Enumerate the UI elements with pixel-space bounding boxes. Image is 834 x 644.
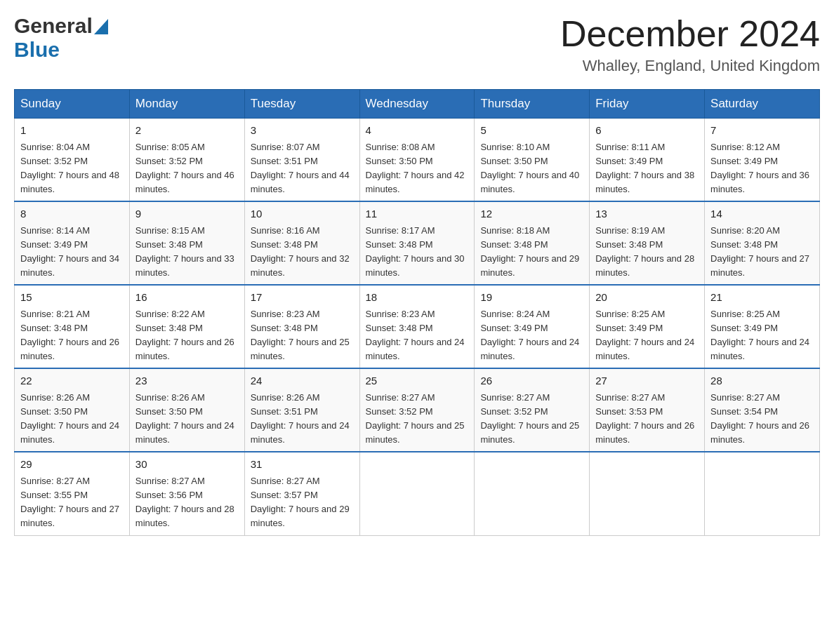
page-subtitle: Whalley, England, United Kingdom (560, 57, 820, 75)
day-info: Sunrise: 8:10 AMSunset: 3:50 PMDaylight:… (480, 140, 583, 197)
day-number: 5 (480, 123, 583, 139)
day-info: Sunrise: 8:05 AMSunset: 3:52 PMDaylight:… (135, 140, 239, 197)
weekday-header-wednesday: Wednesday (359, 90, 475, 119)
day-info: Sunrise: 8:26 AMSunset: 3:50 PMDaylight:… (20, 391, 124, 448)
day-number: 16 (135, 290, 239, 306)
day-number: 12 (480, 206, 583, 222)
calendar-cell: 25Sunrise: 8:27 AMSunset: 3:52 PMDayligh… (359, 368, 475, 452)
calendar-cell: 11Sunrise: 8:17 AMSunset: 3:48 PMDayligh… (359, 201, 475, 285)
day-number: 14 (710, 206, 814, 222)
day-number: 10 (251, 206, 354, 222)
day-info: Sunrise: 8:24 AMSunset: 3:49 PMDaylight:… (480, 307, 583, 364)
day-number: 31 (251, 457, 354, 473)
day-number: 21 (710, 290, 814, 306)
day-number: 30 (135, 457, 239, 473)
calendar-cell: 6Sunrise: 8:11 AMSunset: 3:49 PMDaylight… (590, 119, 705, 202)
weekday-header-row: SundayMondayTuesdayWednesdayThursdayFrid… (15, 90, 820, 119)
day-number: 19 (480, 290, 583, 306)
day-info: Sunrise: 8:07 AMSunset: 3:51 PMDaylight:… (251, 140, 354, 197)
calendar-cell: 20Sunrise: 8:25 AMSunset: 3:49 PMDayligh… (590, 285, 705, 368)
weekday-header-monday: Monday (129, 90, 244, 119)
day-number: 7 (710, 123, 814, 139)
day-number: 6 (595, 123, 699, 139)
logo-triangle-icon (94, 19, 108, 34)
calendar-cell: 28Sunrise: 8:27 AMSunset: 3:54 PMDayligh… (705, 368, 820, 452)
day-number: 18 (366, 290, 469, 306)
calendar-cell: 1Sunrise: 8:04 AMSunset: 3:52 PMDaylight… (15, 119, 130, 202)
calendar-cell: 8Sunrise: 8:14 AMSunset: 3:49 PMDaylight… (15, 201, 130, 285)
day-info: Sunrise: 8:14 AMSunset: 3:49 PMDaylight:… (20, 224, 124, 281)
calendar-cell: 15Sunrise: 8:21 AMSunset: 3:48 PMDayligh… (15, 285, 130, 368)
day-info: Sunrise: 8:16 AMSunset: 3:48 PMDaylight:… (251, 224, 354, 281)
calendar-cell: 21Sunrise: 8:25 AMSunset: 3:49 PMDayligh… (705, 285, 820, 368)
day-info: Sunrise: 8:20 AMSunset: 3:48 PMDaylight:… (710, 224, 814, 281)
day-number: 2 (135, 123, 239, 139)
day-number: 8 (20, 206, 124, 222)
day-info: Sunrise: 8:21 AMSunset: 3:48 PMDaylight:… (20, 307, 124, 364)
day-number: 20 (595, 290, 699, 306)
day-info: Sunrise: 8:15 AMSunset: 3:48 PMDaylight:… (135, 224, 239, 281)
calendar-cell: 26Sunrise: 8:27 AMSunset: 3:52 PMDayligh… (475, 368, 590, 452)
day-info: Sunrise: 8:26 AMSunset: 3:50 PMDaylight:… (135, 391, 239, 448)
calendar-cell (359, 452, 475, 535)
day-info: Sunrise: 8:22 AMSunset: 3:48 PMDaylight:… (135, 307, 239, 364)
day-number: 13 (595, 206, 699, 222)
day-number: 28 (710, 373, 814, 389)
weekday-header-friday: Friday (590, 90, 705, 119)
day-number: 22 (20, 373, 124, 389)
day-info: Sunrise: 8:27 AMSunset: 3:57 PMDaylight:… (251, 474, 354, 531)
calendar-cell: 29Sunrise: 8:27 AMSunset: 3:55 PMDayligh… (15, 452, 130, 535)
calendar-cell: 2Sunrise: 8:05 AMSunset: 3:52 PMDaylight… (129, 119, 244, 202)
calendar-cell: 27Sunrise: 8:27 AMSunset: 3:53 PMDayligh… (590, 368, 705, 452)
calendar-cell: 9Sunrise: 8:15 AMSunset: 3:48 PMDaylight… (129, 201, 244, 285)
day-info: Sunrise: 8:27 AMSunset: 3:53 PMDaylight:… (595, 391, 699, 448)
day-info: Sunrise: 8:04 AMSunset: 3:52 PMDaylight:… (20, 140, 124, 197)
day-number: 24 (251, 373, 354, 389)
title-section: December 2024 Whalley, England, United K… (560, 14, 820, 75)
day-number: 25 (366, 373, 469, 389)
day-number: 27 (595, 373, 699, 389)
calendar-cell: 5Sunrise: 8:10 AMSunset: 3:50 PMDaylight… (475, 119, 590, 202)
day-number: 23 (135, 373, 239, 389)
day-number: 11 (366, 206, 469, 222)
day-info: Sunrise: 8:17 AMSunset: 3:48 PMDaylight:… (366, 224, 469, 281)
day-info: Sunrise: 8:19 AMSunset: 3:48 PMDaylight:… (595, 224, 699, 281)
day-info: Sunrise: 8:27 AMSunset: 3:52 PMDaylight:… (366, 391, 469, 448)
calendar-cell: 31Sunrise: 8:27 AMSunset: 3:57 PMDayligh… (244, 452, 359, 535)
day-info: Sunrise: 8:18 AMSunset: 3:48 PMDaylight:… (480, 224, 583, 281)
page-header: General Blue December 2024 Whalley, Engl… (14, 14, 820, 75)
day-number: 29 (20, 457, 124, 473)
calendar-cell: 3Sunrise: 8:07 AMSunset: 3:51 PMDaylight… (244, 119, 359, 202)
calendar-cell: 22Sunrise: 8:26 AMSunset: 3:50 PMDayligh… (15, 368, 130, 452)
weekday-header-thursday: Thursday (475, 90, 590, 119)
calendar-cell: 12Sunrise: 8:18 AMSunset: 3:48 PMDayligh… (475, 201, 590, 285)
day-number: 1 (20, 123, 124, 139)
calendar-cell: 24Sunrise: 8:26 AMSunset: 3:51 PMDayligh… (244, 368, 359, 452)
day-info: Sunrise: 8:27 AMSunset: 3:55 PMDaylight:… (20, 474, 124, 531)
day-info: Sunrise: 8:27 AMSunset: 3:54 PMDaylight:… (710, 391, 814, 448)
calendar-cell: 13Sunrise: 8:19 AMSunset: 3:48 PMDayligh… (590, 201, 705, 285)
day-info: Sunrise: 8:25 AMSunset: 3:49 PMDaylight:… (710, 307, 814, 364)
calendar-cell (475, 452, 590, 535)
day-number: 9 (135, 206, 239, 222)
weekday-header-tuesday: Tuesday (244, 90, 359, 119)
page-title: December 2024 (560, 14, 820, 54)
day-number: 4 (366, 123, 469, 139)
day-info: Sunrise: 8:23 AMSunset: 3:48 PMDaylight:… (251, 307, 354, 364)
weekday-header-saturday: Saturday (705, 90, 820, 119)
day-info: Sunrise: 8:12 AMSunset: 3:49 PMDaylight:… (710, 140, 814, 197)
day-info: Sunrise: 8:26 AMSunset: 3:51 PMDaylight:… (251, 391, 354, 448)
calendar-table: SundayMondayTuesdayWednesdayThursdayFrid… (14, 89, 820, 535)
day-number: 17 (251, 290, 354, 306)
calendar-cell: 19Sunrise: 8:24 AMSunset: 3:49 PMDayligh… (475, 285, 590, 368)
calendar-cell (590, 452, 705, 535)
svg-marker-0 (94, 19, 108, 34)
day-info: Sunrise: 8:25 AMSunset: 3:49 PMDaylight:… (595, 307, 699, 364)
logo-general-text: General (14, 14, 93, 38)
day-number: 3 (251, 123, 354, 139)
day-info: Sunrise: 8:27 AMSunset: 3:52 PMDaylight:… (480, 391, 583, 448)
day-info: Sunrise: 8:11 AMSunset: 3:49 PMDaylight:… (595, 140, 699, 197)
calendar-cell: 4Sunrise: 8:08 AMSunset: 3:50 PMDaylight… (359, 119, 475, 202)
day-info: Sunrise: 8:27 AMSunset: 3:56 PMDaylight:… (135, 474, 239, 531)
calendar-cell (705, 452, 820, 535)
